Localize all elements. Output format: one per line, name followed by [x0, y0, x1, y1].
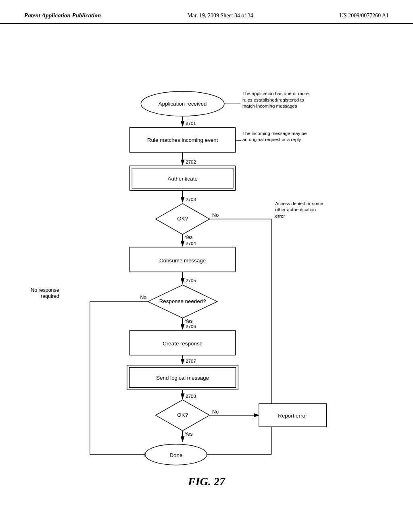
report-error-label: Report error	[278, 413, 307, 419]
svg-text:The application has one or mor: The application has one or more	[242, 91, 309, 96]
svg-text:error: error	[275, 214, 285, 218]
done-label: Done	[169, 452, 182, 458]
svg-text:Yes: Yes	[184, 318, 192, 324]
header-right: US 2009/0077260 A1	[340, 12, 389, 19]
svg-text:No response: No response	[31, 287, 59, 293]
ok-diamond-2-label: OK?	[177, 412, 188, 418]
svg-text:2705: 2705	[186, 278, 196, 283]
fig-label: FIG. 27	[0, 475, 413, 496]
svg-text:an original request or a reply: an original request or a reply	[242, 137, 301, 142]
header-center: Mar. 19, 2009 Sheet 34 of 34	[187, 12, 253, 19]
header-left: Patent Application Publication	[24, 12, 101, 19]
diagram-container: Application received 2701 Rule matches i…	[0, 28, 413, 471]
svg-text:Yes: Yes	[184, 235, 192, 240]
page-header: Patent Application Publication Mar. 19, …	[0, 0, 413, 24]
svg-text:2704: 2704	[186, 241, 196, 246]
svg-text:2703: 2703	[186, 197, 196, 202]
create-response-label: Create response	[163, 341, 202, 347]
consume-message-label: Consume message	[159, 258, 206, 264]
start-label: Application received	[159, 101, 207, 107]
svg-text:2706: 2706	[186, 324, 196, 329]
svg-text:Access denied or some: Access denied or some	[275, 201, 323, 206]
svg-text:No: No	[212, 212, 219, 218]
ok-diamond-1-label: OK?	[177, 216, 188, 222]
authenticate-label: Authenticate	[168, 176, 198, 182]
svg-text:2708: 2708	[186, 394, 196, 399]
rule-matches-label: Rule matches incoming event	[147, 137, 218, 143]
send-logical-message-label: Send logical message	[156, 375, 209, 381]
svg-text:No: No	[212, 409, 219, 415]
flowchart-svg: Application received 2701 Rule matches i…	[0, 28, 413, 471]
svg-text:The incoming message may be: The incoming message may be	[242, 131, 307, 136]
svg-text:required: required	[41, 293, 59, 299]
svg-text:2707: 2707	[186, 359, 196, 364]
svg-text:match incoming messages: match incoming messages	[242, 104, 297, 108]
svg-text:rules established/registered t: rules established/registered to	[242, 98, 304, 102]
response-needed-label: Response needed?	[159, 298, 206, 304]
svg-text:No: No	[140, 295, 146, 300]
svg-text:2701: 2701	[186, 121, 196, 126]
svg-text:other authentication: other authentication	[275, 207, 316, 212]
svg-text:Yes: Yes	[184, 431, 192, 437]
svg-text:2702: 2702	[186, 160, 196, 164]
